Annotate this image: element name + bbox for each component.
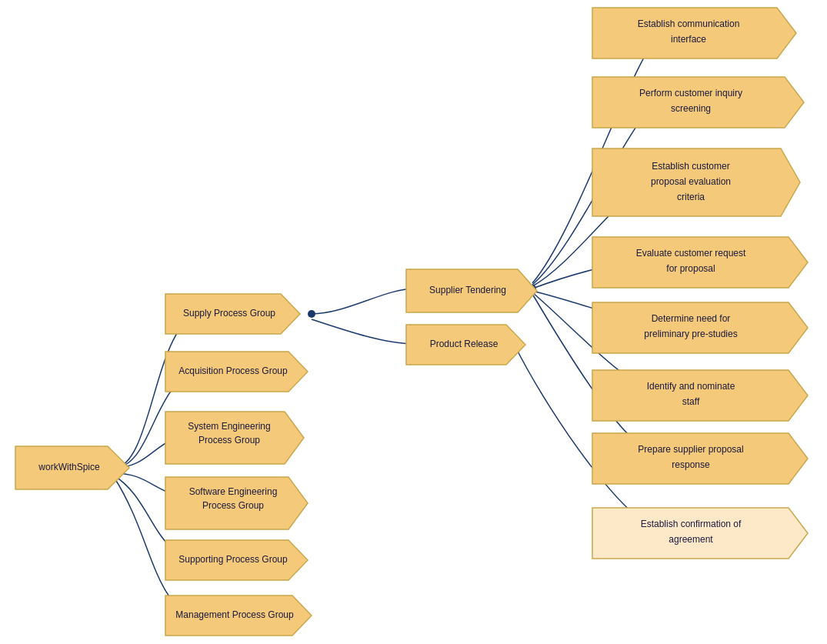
- node-establish-communication: Establish communication interface: [592, 8, 796, 58]
- svg-marker-10: [592, 8, 796, 58]
- svg-marker-16: [592, 433, 808, 484]
- svg-marker-11: [592, 77, 804, 128]
- label-perform-inquiry-line2: screening: [671, 103, 711, 114]
- label-software-engineering-line2: Process Group: [202, 500, 264, 511]
- label-product-release: Product Release: [430, 339, 499, 349]
- node-workWithSpice: workWithSpice: [15, 446, 129, 489]
- label-establish-confirm-line2: agreement: [669, 534, 713, 545]
- label-evaluate-request-line2: for proposal: [666, 263, 715, 274]
- node-supplier-tendering: Supplier Tendering: [406, 269, 537, 312]
- node-management-process-group: Management Process Group: [165, 596, 312, 636]
- label-proposal-eval-line1: Establish customer: [652, 161, 729, 172]
- label-system-engineering-line2: Process Group: [198, 435, 260, 445]
- label-determine-need-line2: preliminary pre-studies: [644, 329, 737, 339]
- label-identify-nominate-line2: staff: [682, 396, 700, 407]
- label-establish-confirm-line1: Establish confirmation of: [641, 519, 742, 529]
- label-proposal-eval-line2: proposal evaluation: [651, 176, 731, 187]
- label-acquisition-process-group: Acquisition Process Group: [178, 365, 288, 376]
- node-determine-need: Determine need for preliminary pre-studi…: [592, 302, 808, 353]
- label-software-engineering-line1: Software Engineering: [189, 486, 278, 497]
- label-establish-communication-line1: Establish communication: [638, 18, 740, 29]
- svg-marker-13: [592, 237, 808, 288]
- svg-marker-14: [592, 302, 808, 353]
- label-identify-nominate-line1: Identify and nominate: [647, 381, 735, 392]
- label-supply-process-group: Supply Process Group: [183, 308, 275, 319]
- label-evaluate-request-line1: Evaluate customer request: [636, 248, 746, 259]
- label-establish-communication-line2: interface: [671, 34, 706, 45]
- process-diagram: workWithSpice Supply Process Group Acqui…: [0, 0, 827, 644]
- node-acquisition-process-group: Acquisition Process Group: [165, 352, 308, 392]
- node-evaluate-customer-request: Evaluate customer request for proposal: [592, 237, 808, 288]
- svg-marker-17: [592, 508, 808, 559]
- node-product-release: Product Release: [406, 325, 525, 365]
- label-prepare-proposal-line1: Prepare supplier proposal: [638, 444, 743, 455]
- svg-marker-15: [592, 370, 808, 421]
- label-system-engineering-line1: System Engineering: [188, 421, 270, 432]
- label-supporting-process-group: Supporting Process Group: [178, 554, 288, 565]
- node-prepare-supplier-proposal: Prepare supplier proposal response: [592, 433, 808, 484]
- label-supplier-tendering: Supplier Tendering: [429, 285, 506, 295]
- node-software-engineering-process-group: Software Engineering Process Group: [165, 477, 308, 529]
- label-prepare-proposal-line2: response: [672, 459, 710, 470]
- label-workWithSpice: workWithSpice: [38, 462, 100, 472]
- node-establish-confirmation: Establish confirmation of agreement: [592, 508, 808, 559]
- label-proposal-eval-line3: criteria: [677, 192, 705, 202]
- node-system-engineering-process-group: System Engineering Process Group: [165, 412, 304, 464]
- node-perform-customer-inquiry: Perform customer inquiry screening: [592, 77, 804, 128]
- label-management-process-group: Management Process Group: [175, 609, 294, 620]
- conn-supply-tendering: [312, 289, 415, 314]
- label-perform-inquiry-line1: Perform customer inquiry: [639, 88, 742, 98]
- label-determine-need-line1: Determine need for: [652, 313, 731, 324]
- node-establish-customer-proposal: Establish customer proposal evaluation c…: [592, 148, 800, 216]
- node-supporting-process-group: Supporting Process Group: [165, 540, 308, 580]
- conn-supply-product: [312, 319, 415, 344]
- node-identify-nominate: Identify and nominate staff: [592, 370, 808, 421]
- node-supply-process-group: Supply Process Group: [165, 294, 300, 334]
